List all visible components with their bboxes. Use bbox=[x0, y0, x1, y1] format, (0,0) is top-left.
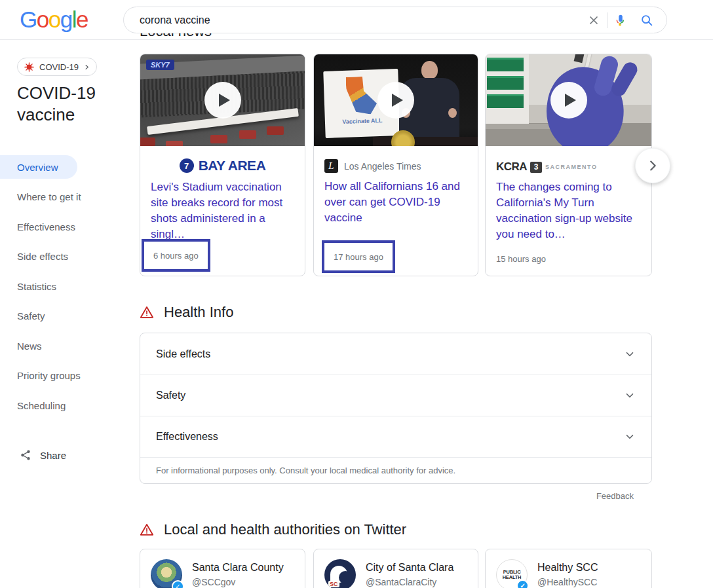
logo-letter: G bbox=[20, 7, 37, 32]
thumbnail-art bbox=[421, 61, 438, 79]
california-map-art bbox=[346, 76, 377, 115]
video-headline-link[interactable]: The changes coming to California's My Tu… bbox=[496, 179, 641, 242]
verified-badge-icon: ✓ bbox=[172, 580, 184, 588]
search-submit-button[interactable] bbox=[634, 7, 660, 33]
sidebar-item-priority-groups[interactable]: Priority groups bbox=[0, 364, 134, 388]
virus-icon bbox=[24, 62, 34, 72]
sidebar-item-news[interactable]: News bbox=[0, 334, 134, 358]
sidebar-item-safety[interactable]: Safety bbox=[0, 304, 134, 328]
carousel-next-button[interactable] bbox=[635, 148, 670, 183]
share-icon bbox=[20, 449, 31, 461]
thumbnail-art bbox=[448, 108, 457, 118]
account-name: Santa Clara County bbox=[192, 562, 284, 574]
voice-search-button[interactable] bbox=[607, 7, 634, 33]
card-body: 7 BAY AREA Levi's Stadium vaccination si… bbox=[140, 146, 305, 276]
microphone-icon bbox=[613, 13, 628, 28]
vaccinate-all-text: Vaccinate ALL bbox=[325, 117, 400, 126]
sidebar-item-statistics[interactable]: Statistics bbox=[0, 274, 134, 298]
topic-nav: Overview Where to get it Effectiveness S… bbox=[0, 155, 134, 424]
search-bar bbox=[123, 7, 667, 33]
account-name: City of Santa Clara bbox=[366, 562, 453, 574]
feedback-link[interactable]: Feedback bbox=[140, 491, 634, 501]
accordion-label: Side effects bbox=[156, 348, 210, 360]
video-headline-link[interactable]: Levi's Stadium vaccination site breaks r… bbox=[151, 179, 294, 242]
avatar-text: PUBLIC HEALTH bbox=[497, 570, 527, 580]
source-row: KCRA 3 SACRAMENTO bbox=[496, 160, 641, 174]
account-handle: @SCCgov bbox=[192, 577, 284, 587]
play-button[interactable] bbox=[550, 82, 587, 119]
card-body: KCRA 3 SACRAMENTO The changes coming to … bbox=[486, 146, 651, 276]
source-name: Los Angeles Times bbox=[344, 161, 421, 172]
annotation-box: 6 hours ago bbox=[142, 239, 210, 272]
search-input[interactable] bbox=[140, 14, 581, 26]
logo-letter: o bbox=[37, 7, 48, 32]
google-logo[interactable]: Google bbox=[20, 7, 88, 33]
play-button[interactable] bbox=[377, 82, 414, 119]
verified-badge-icon: ✓ bbox=[516, 579, 529, 588]
search-icon bbox=[640, 13, 654, 28]
abc7-logo: 7 bbox=[180, 158, 194, 173]
video-thumbnail[interactable]: SKY7 bbox=[140, 54, 305, 146]
annotation-box: 17 hours ago bbox=[322, 240, 395, 273]
news-video-card: Vaccinate ALL L Los Angeles Times How al… bbox=[313, 54, 478, 276]
video-thumbnail[interactable] bbox=[486, 54, 651, 146]
clear-search-button[interactable] bbox=[581, 7, 607, 33]
sidebar-item-overview[interactable]: Overview bbox=[0, 155, 77, 179]
covid19-topic-badge[interactable]: COVID-19 bbox=[17, 58, 97, 76]
section-title: Local and health authorities on Twitter bbox=[164, 521, 406, 538]
video-thumbnail[interactable]: Vaccinate ALL bbox=[314, 54, 478, 146]
avatar-monogram: SC bbox=[328, 581, 339, 587]
sidebar-item-effectiveness[interactable]: Effectiveness bbox=[0, 215, 134, 238]
twitter-account-card[interactable]: SC City of Santa Clara @SantaClaraCity bbox=[313, 549, 478, 588]
card-body: L Los Angeles Times How all Californians… bbox=[314, 146, 478, 276]
account-handle: @HealthySCC bbox=[537, 577, 598, 587]
play-icon bbox=[565, 94, 576, 107]
video-headline-link[interactable]: How all Californians 16 and over can get… bbox=[324, 179, 467, 226]
news-video-card: SKY7 7 BAY AREA Levi's Stadium vaccinati… bbox=[140, 54, 305, 276]
play-icon bbox=[219, 94, 230, 107]
account-handle: @SantaClaraCity bbox=[366, 577, 453, 587]
accordion-row-safety[interactable]: Safety bbox=[140, 375, 651, 416]
health-warning-icon bbox=[140, 305, 154, 320]
play-icon bbox=[392, 94, 403, 107]
chevron-down-icon bbox=[624, 431, 636, 443]
sky7-watermark: SKY7 bbox=[146, 60, 174, 70]
kcra-3-logo: 3 bbox=[530, 162, 542, 173]
accordion-row-side-effects[interactable]: Side effects bbox=[140, 333, 651, 375]
twitter-account-card[interactable]: PUBLIC HEALTH ✓ Healthy SCC @HealthySCC bbox=[485, 549, 652, 588]
news-video-card: KCRA 3 SACRAMENTO The changes coming to … bbox=[485, 54, 652, 276]
timestamp: 17 hours ago bbox=[334, 252, 383, 262]
topic-title: COVID-19 vaccine bbox=[17, 83, 128, 126]
accordion-row-effectiveness[interactable]: Effectiveness bbox=[140, 416, 651, 457]
logo-letter: o bbox=[48, 7, 60, 32]
health-warning-icon bbox=[140, 523, 154, 537]
close-icon bbox=[587, 14, 600, 27]
covid19-badge-label: COVID-19 bbox=[39, 62, 79, 72]
source-name: BAY AREA bbox=[199, 158, 266, 174]
share-button[interactable]: Share bbox=[20, 449, 66, 461]
kcra-logo: KCRA bbox=[496, 160, 527, 174]
chevron-down-icon bbox=[624, 348, 636, 360]
source-name: SACRAMENTO bbox=[545, 164, 597, 170]
sidebar-item-scheduling[interactable]: Scheduling bbox=[0, 394, 134, 417]
vaccine-box-art bbox=[487, 76, 524, 90]
logo-letter: g bbox=[60, 7, 72, 32]
health-info-accordion: Side effects Safety Effectiveness For in… bbox=[140, 333, 652, 484]
play-button[interactable] bbox=[204, 82, 241, 119]
health-info-disclaimer: For informational purposes only. Consult… bbox=[140, 457, 651, 483]
sidebar-item-side-effects[interactable]: Side effects bbox=[0, 245, 134, 268]
share-label: Share bbox=[40, 450, 66, 461]
accordion-label: Safety bbox=[156, 390, 185, 401]
chevron-down-icon bbox=[624, 390, 636, 401]
accordion-label: Effectiveness bbox=[156, 431, 218, 443]
google-search-results-page: Local news Google bbox=[0, 0, 713, 588]
chevron-right-icon bbox=[646, 158, 660, 173]
chevron-right-icon bbox=[84, 64, 90, 70]
timestamp: 15 hours ago bbox=[496, 254, 546, 264]
avatar: PUBLIC HEALTH ✓ bbox=[496, 559, 528, 588]
twitter-account-card[interactable]: ✓ Santa Clara County @SCCgov bbox=[140, 549, 305, 588]
la-times-logo: L bbox=[324, 159, 338, 173]
health-info-section-heading: Health Info bbox=[140, 304, 233, 321]
source-row: L Los Angeles Times bbox=[324, 159, 467, 173]
sidebar-item-where-to-get-it[interactable]: Where to get it bbox=[0, 185, 134, 209]
